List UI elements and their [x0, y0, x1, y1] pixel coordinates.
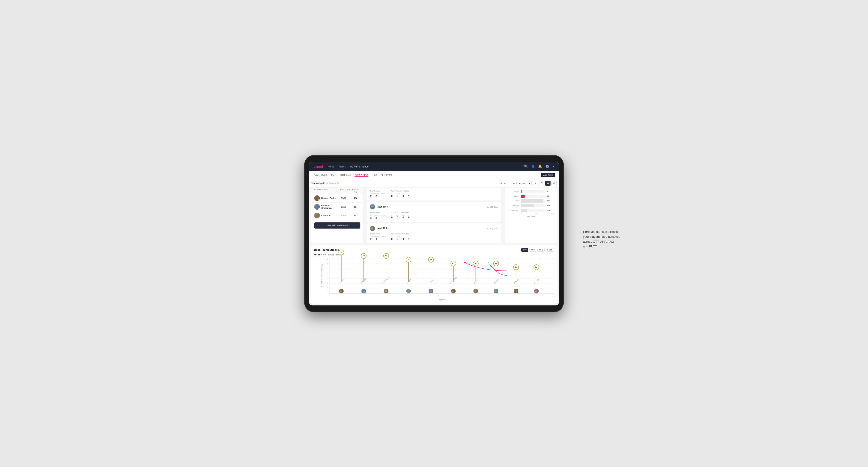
- nav-teams[interactable]: Teams: [338, 165, 346, 168]
- sub-nav: PGAT Players PGA Hcaps 1-5 Team Clippd T…: [309, 171, 559, 179]
- streaks-chart-area: Best Streak, Fairway Accuracy 7 6 5 4 3 …: [314, 258, 554, 301]
- tab-pga[interactable]: PGA: [331, 174, 336, 177]
- bar-bogeys: [521, 204, 534, 207]
- player-score: 18/20: [338, 206, 349, 208]
- player-col-miller: 4x M. Miller MM: [489, 261, 503, 293]
- player-col-quick: 3x C. Quick CQ: [529, 264, 544, 293]
- streak-badge-billingham: 6x: [383, 253, 389, 259]
- stat-sub-labels-practice: OTT APP ARG PUTT: [391, 193, 412, 195]
- grid-view-button[interactable]: ⊞: [533, 181, 538, 186]
- chart-row-eagles: Eagles 3: [507, 190, 554, 193]
- filter-ott-button[interactable]: OTT: [521, 248, 528, 252]
- streak-badge-coles: 5x: [406, 257, 411, 262]
- edit-icon[interactable]: ✏️: [337, 182, 339, 184]
- bar-container-pars: [521, 199, 545, 203]
- stat-sub-lbls: OTT APP ARG PUTT: [391, 236, 412, 238]
- tab-hcaps[interactable]: Hcaps 1-5: [340, 174, 351, 177]
- team-info-row: Team Clippd | 14 Players ✏️ Show Last 3 …: [309, 179, 559, 187]
- tab-tour[interactable]: Tour: [372, 174, 377, 177]
- chart-row-dbogeys: D. Bogeys + 131: [507, 209, 554, 212]
- top-nav: clippd Home Teams My Performance 🔍 👤 🔔 ⚙…: [309, 162, 559, 171]
- avatar: C 3: [314, 213, 320, 218]
- stat-label: Total Rounds: [370, 211, 386, 214]
- stat-sub-labels: Tournament Practice: [370, 214, 386, 216]
- nav-icons: 🔍 👤 🔔 ⚙️ ●: [524, 165, 554, 168]
- table-view-button[interactable]: ⊟: [552, 181, 557, 186]
- stat-label: Total Rounds: [370, 233, 386, 235]
- player-col-billingham: 6x D. Billingham DB: [379, 253, 393, 293]
- player-col-label-britt: R. Britt: [429, 279, 434, 284]
- stat-vals: 0 0 0 1: [391, 238, 412, 240]
- tab-team-clippd[interactable]: Team Clippd: [354, 173, 368, 177]
- player-card: Total Rounds Tournament Practice 7 6: [367, 187, 501, 200]
- bar-container-eagles: [521, 190, 545, 193]
- app-value: 0: [397, 195, 401, 197]
- player-info: Edward Crossman: [321, 205, 336, 209]
- streak-badge-ewert: 7x: [338, 250, 344, 255]
- card-date: 02 Sep 2023: [487, 206, 498, 208]
- chart-view-button[interactable]: ▦: [545, 181, 551, 186]
- bar-label-bogeys: Bogeys: [507, 205, 519, 207]
- card-date: 26 Aug 2023: [487, 227, 498, 229]
- tournament-val: 8: [370, 216, 374, 220]
- player-row[interactable]: C 3 Cameron... 17/20 103: [311, 211, 363, 220]
- player-col-ewert: 7x E. Ewert EE: [334, 250, 348, 293]
- filter-app-button[interactable]: APP: [529, 248, 536, 252]
- stat-values: 7 6: [370, 195, 386, 198]
- streak-line-mcharg: [364, 259, 364, 282]
- putt-lbl: PUTT: [407, 214, 411, 216]
- ott-value: 0: [391, 195, 395, 197]
- filter-arg-button[interactable]: ARG: [537, 248, 545, 252]
- player-row[interactable]: RB 1 Richard Butler 19/20 110: [311, 194, 363, 203]
- stat-group-act: Total Practice Activities OTT APP ARG PU…: [391, 233, 412, 241]
- filter-putt-button[interactable]: PUTT: [546, 248, 554, 252]
- practice-val: 2: [375, 238, 379, 241]
- streak-line-britt: [431, 262, 431, 282]
- player-avatar-ford: DF: [473, 289, 478, 293]
- tournament-sub: Tournament: [370, 236, 379, 238]
- settings-icon[interactable]: ⚙️: [545, 165, 549, 168]
- bar-value-birdies: 96: [547, 195, 554, 197]
- player-table-header: PLAYER NAME PB SCORE PB AVG SQ: [311, 187, 363, 194]
- tab-pgat-players[interactable]: PGAT Players: [313, 174, 328, 177]
- nav-my-performance[interactable]: My Performance: [349, 165, 369, 168]
- tournament-label: Tournament: [370, 193, 379, 195]
- ott-val: 0: [391, 238, 395, 240]
- player-row[interactable]: EC 2 Edward Crossman 18/20 107: [311, 203, 363, 211]
- bar-value-pars: 499: [547, 200, 554, 202]
- bar-value-bogeys: 311: [547, 205, 554, 207]
- putt-v: 0: [408, 216, 412, 219]
- avatar-icon[interactable]: ●: [552, 165, 554, 168]
- arg-lbl: ARG: [401, 214, 405, 216]
- player-col-britt: 5x R. Britt RB: [424, 257, 438, 293]
- player-avatar-billingham: DB: [384, 289, 389, 293]
- stat-label-rounds: Total Rounds: [370, 190, 386, 192]
- add-team-button[interactable]: Add Team: [541, 173, 555, 177]
- bar-container-bogeys: [521, 204, 545, 207]
- user-icon[interactable]: 👤: [531, 165, 535, 168]
- view-leaderboard-button[interactable]: View Full Leaderboard: [314, 222, 361, 228]
- time-filter-select[interactable]: Last 3 months Last 6 months Last 12 mont…: [509, 181, 532, 185]
- avatar: EC 2: [314, 204, 320, 210]
- player-card-rees: RB Rees Britt 02 Sep 2023 Total Rounds T…: [367, 202, 501, 222]
- arg-v: 0: [402, 216, 406, 219]
- nav-home[interactable]: Home: [328, 165, 334, 168]
- player-col-crossman: 4x E. Crossman EC: [446, 261, 460, 293]
- rank-badge: 1: [318, 199, 320, 201]
- tab-all-players[interactable]: All Players: [381, 174, 392, 177]
- bell-icon[interactable]: 🔔: [538, 165, 542, 168]
- bar-dbogeys: [521, 209, 527, 212]
- list-view-button[interactable]: ☰: [539, 181, 545, 186]
- streak-badge-butler: 3x: [513, 264, 519, 270]
- app-v: 0: [397, 216, 401, 219]
- bar-label-eagles: Eagles: [507, 190, 519, 192]
- tournament-sub-label: Tournament: [370, 214, 379, 216]
- search-icon[interactable]: 🔍: [524, 165, 528, 168]
- player-avatar-quick: CQ: [534, 289, 539, 293]
- player-avatar-miller: MM: [494, 289, 498, 293]
- player-name: Edward Crossman: [321, 205, 336, 209]
- streak-badge-ford: 4x: [473, 261, 478, 266]
- top-section: PLAYER NAME PB SCORE PB AVG SQ RB 1 Ric: [309, 187, 559, 243]
- player-info: Richard Butler: [321, 197, 336, 199]
- player-name: Cameron...: [321, 214, 336, 217]
